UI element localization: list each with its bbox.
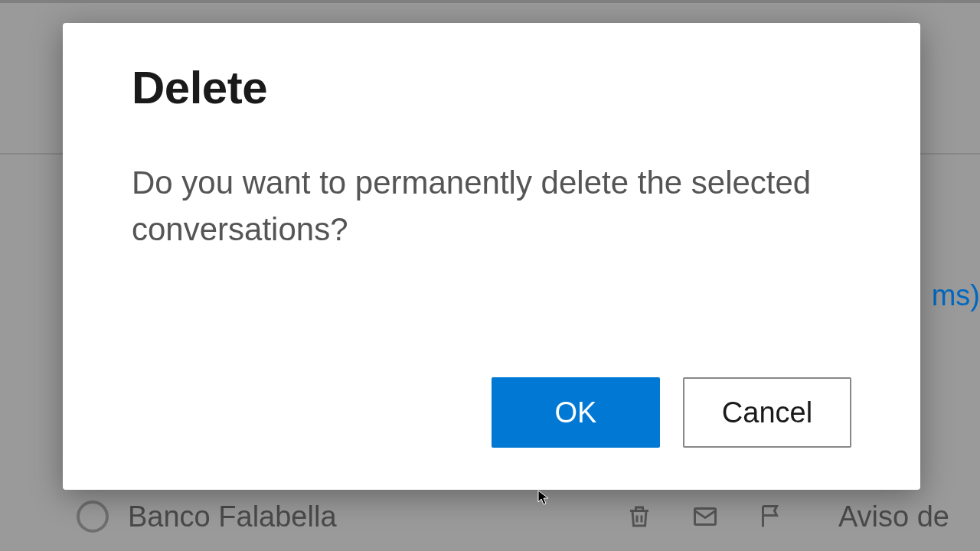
selection-circle-icon bbox=[77, 500, 109, 533]
background-divider bbox=[0, 0, 980, 3]
email-action-icons bbox=[626, 503, 785, 530]
flag-icon bbox=[757, 503, 785, 530]
background-link-text: ms) bbox=[932, 279, 980, 312]
dialog-button-row: OK Cancel bbox=[132, 377, 851, 448]
ok-button[interactable]: OK bbox=[492, 377, 660, 448]
trash-icon bbox=[626, 503, 653, 530]
envelope-icon bbox=[691, 503, 719, 530]
background-email-row: Banco Falabella Aviso de bbox=[0, 482, 980, 551]
dialog-message: Do you want to permanently delete the se… bbox=[132, 160, 851, 347]
cancel-button[interactable]: Cancel bbox=[683, 377, 851, 448]
dialog-title: Delete bbox=[132, 61, 851, 114]
email-sender: Banco Falabella bbox=[128, 500, 603, 533]
delete-confirmation-dialog: Delete Do you want to permanently delete… bbox=[63, 23, 920, 490]
email-subject: Aviso de bbox=[838, 500, 949, 533]
